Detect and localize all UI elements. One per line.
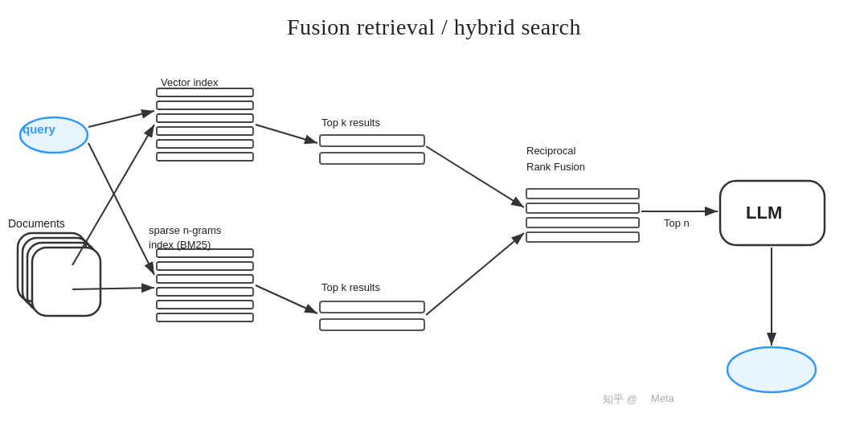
reciprocal-rank-fusion-label: Reciprocal Rank Fusion — [526, 143, 585, 174]
llm-label: LLM — [746, 203, 782, 223]
svg-rect-9 — [157, 140, 253, 148]
svg-rect-6 — [157, 101, 253, 109]
svg-rect-21 — [526, 189, 639, 199]
svg-rect-17 — [320, 135, 424, 146]
vector-index-label: Vector index — [161, 76, 219, 88]
query-label: query — [23, 122, 55, 136]
svg-rect-7 — [157, 114, 253, 122]
svg-rect-1 — [23, 238, 91, 306]
svg-line-34 — [256, 285, 317, 313]
watermark-zhihu: 知乎 @ — [603, 392, 637, 407]
svg-rect-8 — [157, 127, 253, 135]
watermark-meta: Meta — [651, 392, 674, 404]
top-k-results-2-label: Top k results — [321, 281, 380, 293]
svg-rect-3 — [32, 248, 100, 316]
svg-rect-10 — [157, 153, 253, 161]
svg-rect-22 — [526, 203, 639, 213]
svg-rect-0 — [18, 233, 86, 301]
svg-rect-15 — [157, 301, 253, 309]
svg-line-31 — [72, 125, 154, 265]
svg-line-32 — [72, 288, 154, 289]
page-title: Fusion retrieval / hybrid search — [0, 0, 868, 40]
svg-line-29 — [88, 111, 154, 127]
svg-rect-5 — [157, 88, 253, 96]
svg-rect-18 — [320, 153, 424, 164]
svg-rect-14 — [157, 288, 253, 296]
svg-rect-16 — [157, 313, 253, 321]
svg-line-33 — [256, 125, 317, 143]
svg-line-35 — [426, 146, 524, 207]
top-n-label: Top n — [664, 217, 690, 229]
svg-rect-13 — [157, 275, 253, 283]
sparse-index-label: sparse n-grams index (BM25) — [149, 223, 221, 252]
page: Fusion retrieval / hybrid search — [0, 0, 868, 434]
svg-rect-24 — [526, 232, 639, 242]
svg-rect-19 — [320, 301, 424, 313]
svg-rect-23 — [526, 218, 639, 227]
svg-line-36 — [426, 233, 524, 315]
documents-label: Documents — [8, 217, 65, 230]
svg-point-26 — [727, 347, 816, 392]
svg-rect-12 — [157, 262, 253, 270]
svg-line-30 — [88, 143, 154, 275]
top-k-results-1-label: Top k results — [321, 117, 380, 129]
svg-rect-20 — [320, 319, 424, 330]
svg-rect-2 — [27, 243, 96, 311]
